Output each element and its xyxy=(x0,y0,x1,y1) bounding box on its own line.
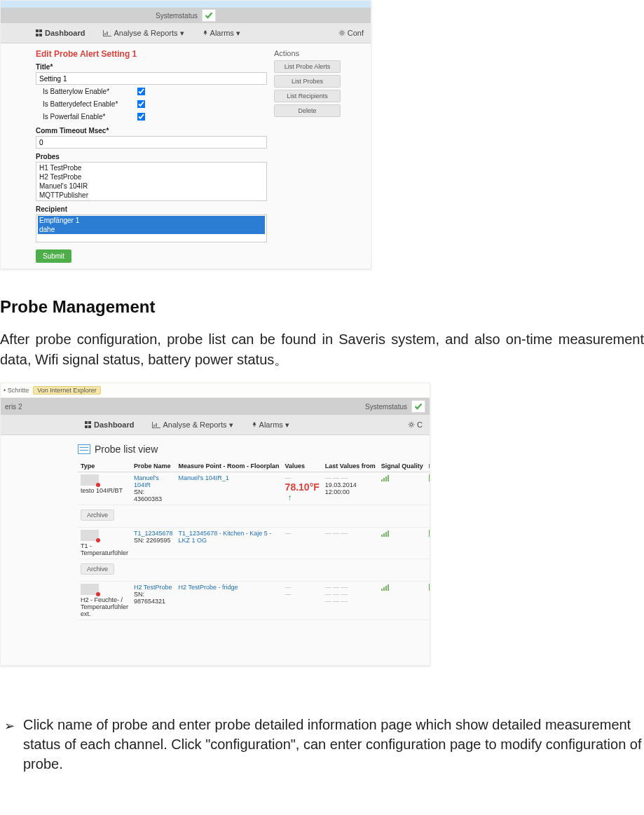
nav-dashboard-label: Dashboard xyxy=(94,420,134,429)
last-dash: — — — xyxy=(325,584,376,591)
probe-sn: SN: 2269595 xyxy=(134,537,171,544)
nav-analyse-label: Analyse & Reports xyxy=(163,420,226,429)
measure-point-link[interactable]: T1_12345678 - Kitchen - Kaje 5 - LKZ 1 O… xyxy=(179,530,272,544)
batterydefect-label: Is Batterydefect Enable* xyxy=(43,100,134,108)
grid-icon xyxy=(85,421,92,428)
probe-list-title: Probe list view xyxy=(78,444,424,455)
recipient-label: Recipient xyxy=(36,205,267,213)
nav-dashboard[interactable]: Dashboard xyxy=(29,29,92,37)
nav-alarms-label: Alarms xyxy=(210,29,234,37)
probe-type-text: testo 104IR/BT xyxy=(81,487,123,494)
edit-form: Edit Probe Alert Setting 1 Title* Is Bat… xyxy=(36,49,267,269)
nav-dashboard[interactable]: Dashboard xyxy=(78,420,141,429)
bell-icon xyxy=(203,30,208,36)
systemstatus-bar: Systemstatus xyxy=(1,8,371,23)
list-item[interactable]: Empfänger 1 xyxy=(38,216,265,225)
section-heading: Probe Management xyxy=(0,297,644,317)
col-signal: Signal Quality xyxy=(378,460,426,472)
nav-analyse-label: Analyse & Reports xyxy=(114,29,177,37)
col-values: Values xyxy=(282,460,322,472)
list-item[interactable]: Manuel's 104IR xyxy=(38,182,265,191)
list-recipients-button[interactable]: List Recipients xyxy=(274,90,341,102)
status-ok-icon xyxy=(202,9,216,22)
nav-analyse[interactable]: Analyse & Reports▾ xyxy=(96,29,191,38)
actions-panel: Actions List Probe Alerts List Probes Li… xyxy=(267,49,341,269)
arrow-up-icon: ↑ xyxy=(285,493,292,502)
nav-alarms[interactable]: Alarms▾ xyxy=(245,420,296,430)
svg-point-0 xyxy=(341,32,343,34)
title-input[interactable] xyxy=(36,72,267,85)
probe-list-table: Type Probe Name Measure Point - Room - F… xyxy=(78,460,430,620)
svg-point-1 xyxy=(410,423,413,426)
archive-button[interactable]: Archive xyxy=(81,509,114,521)
list-item[interactable]: H1 TestProbe xyxy=(38,163,265,172)
nav-alarms[interactable]: Alarms▾ xyxy=(196,29,247,38)
probe-name-link[interactable]: Manuel's 104IR xyxy=(134,474,159,488)
gear-icon xyxy=(338,29,345,36)
nav-config[interactable]: Conf xyxy=(331,29,371,37)
gear-icon xyxy=(408,421,415,428)
probe-sn: SN: 43600383 xyxy=(134,488,162,502)
caret-down-icon: ▾ xyxy=(285,420,289,430)
value-dash: — xyxy=(285,474,320,481)
probes-label: Probes xyxy=(36,153,267,160)
nav-config-label: C xyxy=(417,420,423,429)
list-icon xyxy=(78,444,90,454)
systemstatus-label: Systemstatus xyxy=(156,12,198,20)
top-nav: Dashboard Analyse & Reports▾ Alarms▾ C xyxy=(1,415,430,435)
nav-analyse[interactable]: Analyse & Reports▾ xyxy=(145,420,240,430)
battery-icon xyxy=(429,584,430,591)
value-dash: — xyxy=(285,530,292,537)
ie-tab: • Schritte xyxy=(4,387,29,394)
bullet-item: ➢ Click name of probe and enter probe de… xyxy=(0,715,644,774)
col-type: Type xyxy=(78,460,131,472)
table-row: T1 - Temperaturfühler T1_12345678 SN: 22… xyxy=(78,528,430,559)
signal-icon xyxy=(381,474,389,481)
caret-down-icon: ▾ xyxy=(229,420,233,430)
status-ok-icon xyxy=(411,400,425,413)
list-probe-alerts-button[interactable]: List Probe Alerts xyxy=(274,60,341,73)
last-dash: — — — xyxy=(325,598,376,605)
last-dash: — — — xyxy=(325,474,376,481)
table-row: testo 104IR/BT Manuel's 104IR SN: 436003… xyxy=(78,472,430,505)
bullet-text: Click name of probe and enter probe deta… xyxy=(23,715,644,774)
nav-config[interactable]: C xyxy=(401,420,430,429)
list-item[interactable]: MQTTPublisher xyxy=(38,191,265,200)
powerfail-checkbox[interactable] xyxy=(137,112,146,121)
signal-icon xyxy=(381,584,389,591)
caret-down-icon: ▾ xyxy=(236,29,240,38)
grid-icon xyxy=(36,29,43,36)
batterylow-checkbox[interactable] xyxy=(137,87,146,95)
recipient-listbox[interactable]: Empfänger 1 dahe xyxy=(36,214,267,242)
top-nav: Dashboard Analyse & Reports▾ Alarms▾ Con… xyxy=(1,23,371,43)
probes-listbox[interactable]: H1 TestProbe H2 TestProbe Manuel's 104IR… xyxy=(36,162,267,201)
batterydefect-checkbox[interactable] xyxy=(137,100,146,108)
probe-name-link[interactable]: H2 TestProbe xyxy=(134,584,172,591)
window-strip xyxy=(1,1,371,8)
list-probes-button[interactable]: List Probes xyxy=(274,75,341,88)
delete-button[interactable]: Delete xyxy=(274,104,341,117)
archive-button[interactable]: Archive xyxy=(81,563,114,575)
value-dash: — xyxy=(285,584,320,591)
measure-point-link[interactable]: Manuel's 104IR_1 xyxy=(179,474,229,481)
list-item[interactable]: dahe xyxy=(38,225,265,234)
list-item[interactable]: H2 TestProbe xyxy=(38,172,265,182)
battery-icon xyxy=(429,474,430,481)
probe-name-link[interactable]: T1_12345678 xyxy=(134,530,173,537)
browser-bar: • Schritte Von Internet Explorer xyxy=(1,383,430,398)
probe-icon xyxy=(81,584,99,595)
measure-point-link[interactable]: H2 TestProbe - fridge xyxy=(179,584,238,591)
screenshot-edit-probe-alert: Systemstatus Dashboard Analyse & Reports… xyxy=(0,0,371,269)
probe-icon xyxy=(81,530,99,541)
app-title-bar: eris 2 Systemstatus xyxy=(1,398,430,415)
batterylow-label: Is Batterylow Enable* xyxy=(43,88,134,95)
battery-icon xyxy=(429,530,430,537)
caret-down-icon: ▾ xyxy=(180,29,184,38)
last-dash: — — — xyxy=(325,530,348,537)
bell-icon xyxy=(252,422,257,427)
table-row: H2 - Feuchte- / Temperaturfühler ext. H2… xyxy=(78,582,430,620)
comm-timeout-input[interactable] xyxy=(36,136,267,149)
submit-button[interactable]: Submit xyxy=(36,249,71,263)
col-last: Last Values from xyxy=(322,460,378,472)
value-reading: 78.10°F xyxy=(285,481,320,493)
